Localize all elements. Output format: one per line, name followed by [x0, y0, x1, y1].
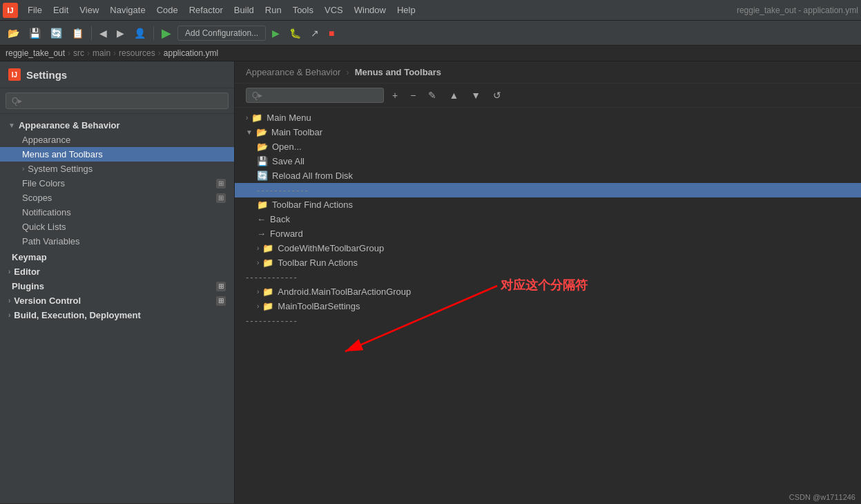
settings-tree: ▼ Appearance & Behavior Appearance Menus… — [0, 114, 234, 503]
tree-item-keymap[interactable]: Keymap — [0, 250, 234, 264]
menu-navigate[interactable]: Navigate — [104, 3, 151, 17]
breadcrumb-project[interactable]: reggie_take_out — [6, 48, 65, 58]
menu-code[interactable]: Code — [151, 3, 184, 17]
breadcrumb-main[interactable]: main — [93, 48, 110, 58]
tc-label-toolbar-find: Toolbar Find Actions — [272, 200, 353, 210]
vc-badge: ⊞ — [216, 296, 226, 306]
tc-label-forward: Forward — [270, 229, 303, 239]
tree-item-system-settings[interactable]: › System Settings — [0, 162, 234, 176]
tc-label-save-all: Save All — [272, 156, 304, 166]
debug-button[interactable]: 🐛 — [286, 25, 304, 41]
tc-save-all[interactable]: 💾 Save All — [235, 154, 861, 168]
tree-item-version-control[interactable]: › Version Control ⊞ — [0, 293, 234, 308]
remove-item-button[interactable]: − — [406, 88, 420, 103]
stop-button[interactable]: ■ — [325, 25, 338, 41]
content-search-input[interactable] — [246, 88, 384, 103]
save-button[interactable]: 💾 — [26, 25, 44, 41]
tc-separator-selected[interactable]: ------------ — [235, 183, 861, 197]
tc-open[interactable]: 📂 Open... — [235, 139, 861, 154]
content-tree: › 📁 Main Menu ▼ 📂 Main Toolbar 📂 Open...… — [235, 108, 861, 503]
tree-label-build-exec: Build, Execution, Deployment — [14, 310, 140, 320]
file-colors-badge: ⊞ — [216, 179, 226, 188]
tc-label-main-toolbar-settings: MainToolBarSettings — [278, 301, 360, 311]
tree-label-plugins: Plugins — [12, 281, 44, 291]
profile-button[interactable]: ↗ — [307, 25, 322, 41]
tc-label-main-toolbar: Main Toolbar — [271, 127, 322, 137]
forward-button[interactable]: ▶ — [113, 25, 128, 41]
main-layout: IJ Settings ▼ Appearance & Behavior Appe… — [0, 61, 861, 503]
menu-help[interactable]: Help — [391, 3, 421, 17]
update-button[interactable]: 👤 — [130, 25, 149, 41]
tc-main-toolbar-settings[interactable]: › 📁 MainToolBarSettings — [235, 299, 861, 313]
save-all-icon: 💾 — [257, 156, 268, 166]
tree-item-path-variables[interactable]: Path Variables — [0, 234, 234, 249]
copy-button[interactable]: 📋 — [68, 25, 87, 41]
codewithme-folder-icon: 📁 — [262, 243, 273, 253]
menu-window[interactable]: Window — [349, 3, 391, 17]
reset-button[interactable]: ↺ — [489, 88, 505, 103]
tc-label-separator2: ------------ — [246, 272, 298, 282]
main-menu-expand-icon: › — [246, 114, 248, 122]
tree-item-build-exec[interactable]: › Build, Execution, Deployment — [0, 308, 234, 322]
tree-item-notifications[interactable]: Notifications — [0, 205, 234, 220]
menu-build[interactable]: Build — [229, 3, 260, 17]
tree-label-editor: Editor — [14, 266, 40, 277]
add-item-button[interactable]: + — [388, 88, 402, 103]
run-button[interactable]: ▶ — [158, 23, 175, 43]
tree-label-notifications: Notifications — [22, 207, 71, 217]
menu-view[interactable]: View — [74, 3, 104, 17]
scopes-badge: ⊞ — [216, 193, 226, 203]
menubar: IJ File Edit View Navigate Code Refactor… — [0, 0, 861, 21]
menu-run[interactable]: Run — [260, 3, 287, 17]
run-play-button[interactable]: ▶ — [269, 25, 283, 41]
android-toolbar-folder-icon: 📁 — [262, 287, 273, 297]
breadcrumb-sep-3: › — [113, 48, 116, 58]
add-configuration-button[interactable]: Add Configuration... — [177, 26, 266, 41]
expand-arrow-icon: ▼ — [8, 122, 15, 129]
back-button[interactable]: ◀ — [96, 25, 110, 41]
tc-back[interactable]: ← Back — [235, 212, 861, 226]
tree-item-menus-toolbars[interactable]: Menus and Toolbars — [0, 147, 234, 162]
settings-search-input[interactable] — [6, 93, 229, 109]
tree-item-editor[interactable]: › Editor — [0, 264, 234, 279]
content-toolbar: + − ✎ ▲ ▼ ↺ — [235, 84, 861, 108]
tc-codewithme[interactable]: › 📁 CodeWithMeToolbarGroup — [235, 241, 861, 255]
move-down-button[interactable]: ▼ — [467, 88, 485, 103]
menu-vcs[interactable]: VCS — [319, 3, 349, 17]
tc-reload[interactable]: 🔄 Reload All from Disk — [235, 168, 861, 183]
tree-item-scopes[interactable]: Scopes ⊞ — [0, 191, 234, 205]
tree-label-system-settings: System Settings — [28, 164, 93, 174]
tc-main-menu[interactable]: › 📁 Main Menu — [235, 110, 861, 125]
tree-item-plugins[interactable]: Plugins ⊞ — [0, 279, 234, 293]
tree-item-appearance-behavior[interactable]: ▼ Appearance & Behavior — [0, 118, 234, 133]
tree-item-file-colors[interactable]: File Colors ⊞ — [0, 176, 234, 191]
main-toolbar-settings-expand-icon: › — [257, 302, 259, 310]
toolbar-run-folder-icon: 📁 — [262, 258, 273, 268]
menu-file[interactable]: File — [22, 3, 48, 17]
tc-android-toolbar[interactable]: › 📁 Android.MainToolBarActionGroup — [235, 284, 861, 299]
move-up-button[interactable]: ▲ — [445, 88, 463, 103]
open-folder-icon: 📂 — [257, 142, 268, 152]
tc-forward[interactable]: → Forward — [235, 226, 861, 241]
content-breadcrumb-current: Menus and Toolbars — [355, 67, 441, 77]
menu-refactor[interactable]: Refactor — [184, 3, 229, 17]
content-panel: Appearance & Behavior › Menus and Toolba… — [235, 61, 861, 503]
toolbar-run-expand-icon: › — [257, 259, 259, 266]
breadcrumb-resources[interactable]: resources — [119, 48, 155, 58]
sync-button[interactable]: 🔄 — [47, 25, 66, 41]
breadcrumb-src[interactable]: src — [73, 48, 84, 58]
tc-toolbar-find[interactable]: 📁 Toolbar Find Actions — [235, 197, 861, 212]
tc-separator2[interactable]: ------------ — [235, 270, 861, 284]
tree-item-appearance[interactable]: Appearance — [0, 133, 234, 147]
menu-edit[interactable]: Edit — [48, 3, 74, 17]
tc-toolbar-run[interactable]: › 📁 Toolbar Run Actions — [235, 255, 861, 270]
tree-label-file-colors: File Colors — [22, 178, 65, 188]
tree-item-quick-lists[interactable]: Quick Lists — [0, 220, 234, 234]
breadcrumb-file[interactable]: application.yml — [164, 48, 218, 58]
tc-main-toolbar[interactable]: ▼ 📂 Main Toolbar — [235, 125, 861, 139]
menu-tools[interactable]: Tools — [287, 3, 319, 17]
tree-section-appearance: ▼ Appearance & Behavior Appearance Menus… — [0, 117, 234, 250]
tc-separator3[interactable]: ------------ — [235, 313, 861, 328]
open-folder-button[interactable]: 📂 — [4, 25, 23, 41]
edit-item-button[interactable]: ✎ — [424, 88, 441, 103]
